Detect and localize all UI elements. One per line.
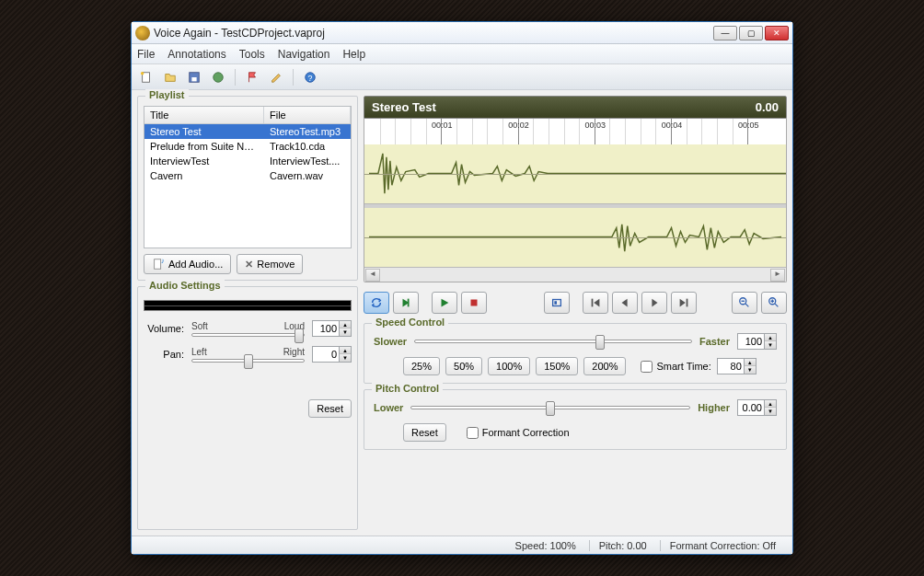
waveform-right[interactable] — [364, 208, 786, 268]
smart-time-checkbox[interactable]: Smart Time: — [641, 361, 710, 373]
minimize-button[interactable]: — — [713, 26, 737, 40]
menu-annotations[interactable]: Annotations — [167, 48, 225, 61]
skip-start-button[interactable] — [583, 292, 608, 314]
app-window: Voice Again - TestCDProject.vaproj — ▢ ✕… — [131, 21, 793, 555]
svg-rect-7 — [155, 259, 161, 270]
slower-label: Slower — [374, 336, 407, 347]
skip-end-button[interactable] — [671, 292, 697, 314]
volume-label: Volume: — [144, 323, 184, 334]
playlist-group: Playlist Title File Stereo TestStereoTes… — [137, 96, 358, 281]
svg-text:?: ? — [308, 73, 313, 82]
stop-button[interactable] — [461, 292, 487, 314]
status-formant: Formant Correction: Off — [660, 540, 785, 551]
smart-time-spinner[interactable]: ▲▼ — [717, 358, 757, 374]
pitch-control-group: Pitch Control Lower Higher ▲▼ Reset Form… — [364, 389, 787, 450]
svg-line-16 — [745, 304, 749, 307]
waveform-scrollbar[interactable]: ◄► — [364, 268, 787, 282]
app-icon — [135, 26, 150, 40]
playlist-table[interactable]: Title File Stereo TestStereoTest.mp3Prel… — [144, 106, 352, 248]
vu-meter — [144, 300, 352, 311]
pitch-reset-button[interactable]: Reset — [403, 423, 446, 442]
save-project-icon[interactable] — [185, 68, 203, 86]
pan-spinner[interactable]: ▲▼ — [312, 346, 352, 363]
svg-point-1 — [141, 71, 144, 75]
status-pitch: Pitch: 0.00 — [589, 540, 656, 551]
menu-tools[interactable]: Tools — [239, 48, 265, 61]
open-project-icon[interactable] — [161, 68, 179, 86]
speed-label: Speed Control — [372, 317, 448, 328]
annotation-flag-icon[interactable] — [243, 68, 261, 86]
svg-rect-14 — [687, 299, 688, 307]
svg-line-19 — [775, 304, 779, 307]
speed-slider[interactable] — [414, 340, 692, 343]
col-title[interactable]: Title — [144, 107, 264, 123]
transport-bar — [364, 288, 787, 317]
menu-file[interactable]: File — [137, 48, 155, 61]
speed-25[interactable]: 25% — [403, 357, 440, 375]
annotation-edit-icon[interactable] — [267, 68, 285, 86]
now-playing-time: 0.00 — [756, 100, 779, 114]
status-speed: Speed: 100% — [506, 540, 585, 551]
pitch-slider[interactable] — [410, 406, 690, 409]
loop-button[interactable] — [364, 292, 389, 314]
close-button[interactable]: ✕ — [765, 26, 789, 40]
playlist-row[interactable]: Stereo TestStereoTest.mp3 — [144, 124, 351, 139]
speed-spinner[interactable]: ▲▼ — [737, 333, 777, 350]
titlebar[interactable]: Voice Again - TestCDProject.vaproj — ▢ ✕ — [132, 22, 792, 44]
now-playing-header: Stereo Test 0.00 — [364, 96, 787, 119]
play-loop-button[interactable] — [393, 292, 419, 314]
speed-100[interactable]: 100% — [488, 357, 530, 375]
faster-label: Faster — [699, 336, 730, 347]
window-title: Voice Again - TestCDProject.vaproj — [154, 27, 713, 40]
playlist-row[interactable]: CavernCavern.wav — [144, 168, 351, 183]
volume-slider[interactable] — [191, 333, 305, 337]
timeline-ruler[interactable]: 00:0100:0200:0300:0400:05 — [364, 119, 787, 144]
svg-rect-10 — [471, 300, 478, 306]
waveform-left[interactable] — [364, 144, 786, 204]
audio-settings-group: Audio Settings Volume: SoftLoud ▲▼ Pan: … — [137, 286, 358, 530]
help-icon[interactable]: ? — [301, 68, 319, 86]
next-button[interactable] — [641, 292, 667, 314]
speed-control-group: Speed Control Slower Faster ▲▼ 25% 50% 1… — [364, 323, 787, 384]
audio-reset-button[interactable]: Reset — [308, 399, 352, 418]
speed-200[interactable]: 200% — [583, 357, 626, 375]
playlist-label: Playlist — [145, 89, 189, 100]
prev-button[interactable] — [612, 292, 638, 314]
new-project-icon[interactable] — [137, 68, 156, 86]
svg-rect-13 — [592, 299, 594, 307]
add-audio-button[interactable]: ♪ Add Audio... — [144, 254, 231, 274]
svg-rect-12 — [554, 301, 557, 305]
pan-label: Pan: — [144, 349, 184, 360]
menubar: File Annotations Tools Navigation Help — [132, 44, 792, 64]
remove-button[interactable]: ✕ Remove — [237, 254, 303, 274]
lower-label: Lower — [374, 402, 403, 413]
waveform-panel: Stereo Test 0.00 00:0100:0200:0300:0400:… — [364, 96, 787, 282]
svg-text:♪: ♪ — [161, 258, 165, 265]
formant-checkbox[interactable]: Formant Correction — [467, 427, 570, 439]
menu-navigation[interactable]: Navigation — [278, 48, 330, 61]
set-loop-button[interactable] — [544, 292, 570, 314]
svg-rect-9 — [408, 299, 410, 307]
svg-point-4 — [214, 72, 224, 82]
play-button[interactable] — [432, 292, 457, 314]
audio-settings-label: Audio Settings — [145, 280, 225, 291]
col-file[interactable]: File — [264, 107, 351, 123]
menu-help[interactable]: Help — [342, 48, 365, 61]
zoom-in-button[interactable] — [761, 292, 787, 314]
volume-spinner[interactable]: ▲▼ — [312, 320, 352, 337]
speed-150[interactable]: 150% — [536, 357, 578, 375]
now-playing-title: Stereo Test — [372, 100, 436, 114]
pan-slider[interactable] — [191, 359, 305, 363]
speed-50[interactable]: 50% — [445, 357, 482, 375]
maximize-button[interactable]: ▢ — [739, 26, 763, 40]
pitch-label: Pitch Control — [372, 383, 443, 394]
zoom-out-button[interactable] — [732, 292, 757, 314]
higher-label: Higher — [698, 402, 730, 413]
svg-rect-3 — [191, 77, 196, 81]
pitch-spinner[interactable]: ▲▼ — [737, 399, 777, 416]
toolbar: ? — [132, 64, 792, 90]
status-bar: Speed: 100% Pitch: 0.00 Formant Correcti… — [132, 536, 792, 554]
playlist-row[interactable]: Prelude from Suite No.1...Track10.cda — [144, 139, 351, 154]
playlist-row[interactable]: InterviewTestInterviewTest.... — [144, 154, 351, 168]
web-icon[interactable] — [209, 68, 227, 86]
